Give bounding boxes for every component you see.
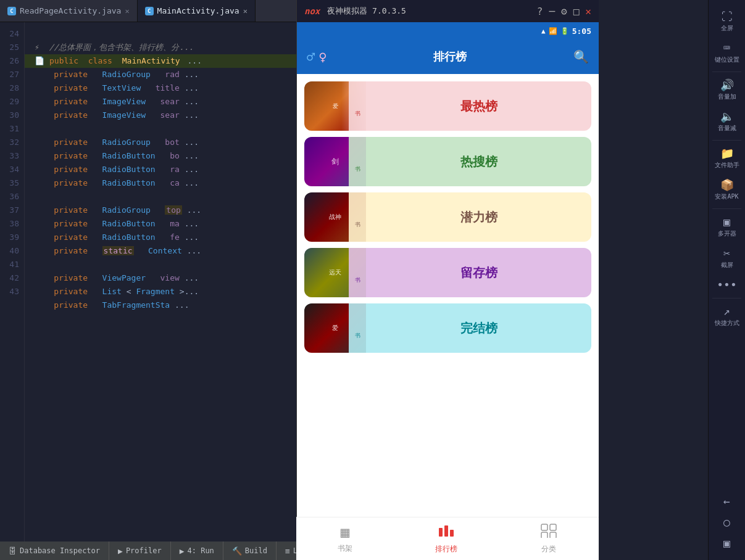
nox-btn-keymapping[interactable]: ⌨ 键位设置 [709,38,745,69]
vol-down-icon: 🔈 [720,111,734,122]
bookshelf-icon: ▦ [341,524,349,541]
database-icon: 🗄 [9,546,17,556]
cover-text-potential: 战神 [328,212,343,223]
nox-window: nox 夜神模拟器 7.0.3.5 ? ─ ⚙ □ ✕ ▲ 📶 🔋 5:05 ♂… [296,0,599,560]
back-icon: ← [723,496,730,507]
nox-btn-vol-up[interactable]: 🔊 音量加 [709,75,745,106]
cover-retention: 远天 书 [304,248,366,297]
file-icon: 📁 [720,148,734,159]
nox-btn-shortcut[interactable]: ↗ 快捷方式 [709,301,745,332]
close-btn[interactable]: ✕ [585,6,591,17]
svg-rect-5 [541,532,547,538]
female-icon[interactable]: ♀ [318,49,327,65]
screenshot-icon: ✂ [723,248,730,259]
android-status-bar: ▲ 📶 🔋 5:05 [297,22,599,39]
label-hot: 最热榜 [366,98,591,115]
vol-up-icon: 🔊 [720,80,734,91]
cover-finished: 爱 书 [304,303,366,353]
svg-rect-6 [550,532,556,538]
tab-java-icon: C [7,7,16,15]
nox-nav-btns: ← ○ ▣ [709,491,745,560]
nox-btn-install-apk[interactable]: 📦 安装APK [709,175,745,206]
app-bottom-nav: ▦ 书架 排行榜 分类 [296,517,599,560]
app-title: 排行榜 [335,49,567,64]
ranking-list: 爱 书 最热榜 剑 书 热搜榜 战神 书 [297,74,599,360]
tab-java-icon-2: C [145,7,154,15]
profiler-label: Profiler [126,546,162,555]
ranking-item-trending[interactable]: 剑 书 热搜榜 [304,137,591,186]
tab-main-activity-label: MainActivity.java [157,6,239,15]
sidebar-divider-4 [712,298,741,299]
cover-text-trending: 剑 [330,155,340,168]
maximize-btn[interactable]: □ [573,6,580,17]
logcat-icon: ≡ [285,546,290,556]
ranking-label: 排行榜 [435,544,457,554]
sidebar-divider-3 [712,208,741,209]
build-label: Build [245,546,267,555]
status-icons: ▲ 📶 🔋 5:05 [541,27,591,36]
build-btn[interactable]: 🔨 Build [223,541,277,560]
header-actions: 🔍 [573,49,589,64]
male-icon[interactable]: ♂ [307,49,315,65]
fullscreen-icon: ⛶ [722,11,733,22]
settings-btn[interactable]: ⚙ [561,6,567,17]
nox-btn-home[interactable]: ○ [709,512,745,533]
svg-rect-1 [444,525,448,537]
install-apk-icon: 📦 [720,179,734,191]
build-icon: 🔨 [232,546,242,556]
category-icon [540,523,557,541]
nox-btn-screenshot[interactable]: ✂ 截屏 [709,243,745,274]
profiler-run-icon: ▶ [118,546,123,556]
tab-close-main[interactable]: ✕ [243,7,248,15]
nox-sidebar: ⛶ 全屏 ⌨ 键位设置 🔊 音量加 🔈 音量减 📁 文件助手 📦 安装APK ▣… [708,0,745,560]
nox-btn-recents[interactable]: ▣ [709,533,745,554]
bookshelf-label: 书架 [338,543,352,554]
multi-label: 多开器 [718,229,736,238]
gender-filter[interactable]: ♂ ♀ [307,49,327,65]
tab-main-activity[interactable]: C MainActivity.java ✕ [138,0,256,22]
cover-text-hot: 爱 [331,101,339,112]
ranking-item-hot[interactable]: 爱 书 最热榜 [304,81,591,131]
sidebar-divider-2 [712,140,741,141]
ranking-item-finished[interactable]: 爱 书 完结榜 [304,303,591,353]
nav-category[interactable]: 分类 [540,523,557,554]
nox-title: 夜神模拟器 7.0.3.5 [327,6,532,17]
app-header: ♂ ♀ 排行榜 🔍 [297,39,599,74]
nox-btn-more[interactable]: ••• [709,274,745,295]
nav-bookshelf[interactable]: ▦ 书架 [338,524,352,554]
search-icon[interactable]: 🔍 [573,49,589,64]
wifi-icon: ▲ [541,27,546,35]
battery-icon: 🔋 [560,27,569,35]
screenshot-label: 截屏 [721,261,733,270]
nox-btn-multi[interactable]: ▣ 多开器 [709,212,745,243]
nox-logo: nox [304,6,320,16]
install-apk-label: 安装APK [715,192,738,201]
nox-titlebar: nox 夜神模拟器 7.0.3.5 ? ─ ⚙ □ ✕ [297,0,599,22]
database-inspector-label: Database Inspector [20,546,100,555]
keymapping-label: 键位设置 [715,56,739,64]
profiler-btn[interactable]: ▶ Profiler [109,541,171,560]
svg-rect-3 [541,524,547,530]
svg-rect-2 [450,530,454,537]
minimize-btn[interactable]: ─ [549,6,555,17]
database-inspector-btn[interactable]: 🗄 Database Inspector [0,541,109,560]
nox-btn-fullscreen[interactable]: ⛶ 全屏 [709,6,745,38]
nox-btn-back[interactable]: ← [709,491,745,512]
svg-rect-4 [550,524,556,530]
fullscreen-label: 全屏 [721,24,733,33]
cover-hot: 爱 书 [304,81,366,131]
nav-ranking[interactable]: 排行榜 [435,523,457,554]
home-icon: ○ [723,517,730,528]
help-btn[interactable]: ? [537,6,543,17]
nox-btn-vol-down[interactable]: 🔈 音量减 [709,106,745,138]
vol-down-label: 音量减 [718,124,736,133]
run-btn[interactable]: ▶ 4: Run [171,541,223,560]
tab-close-read[interactable]: ✕ [125,7,129,15]
ranking-item-retention[interactable]: 远天 书 留存榜 [304,248,591,297]
tab-read-page[interactable]: C ReadPageActivity.java ✕ [0,0,138,22]
ranking-item-potential[interactable]: 战神 书 潜力榜 [304,192,591,242]
nox-btn-file[interactable]: 📁 文件助手 [709,143,745,175]
file-label: 文件助手 [715,161,739,170]
run-icon: ▶ [180,546,185,556]
label-finished: 完结榜 [366,320,591,337]
